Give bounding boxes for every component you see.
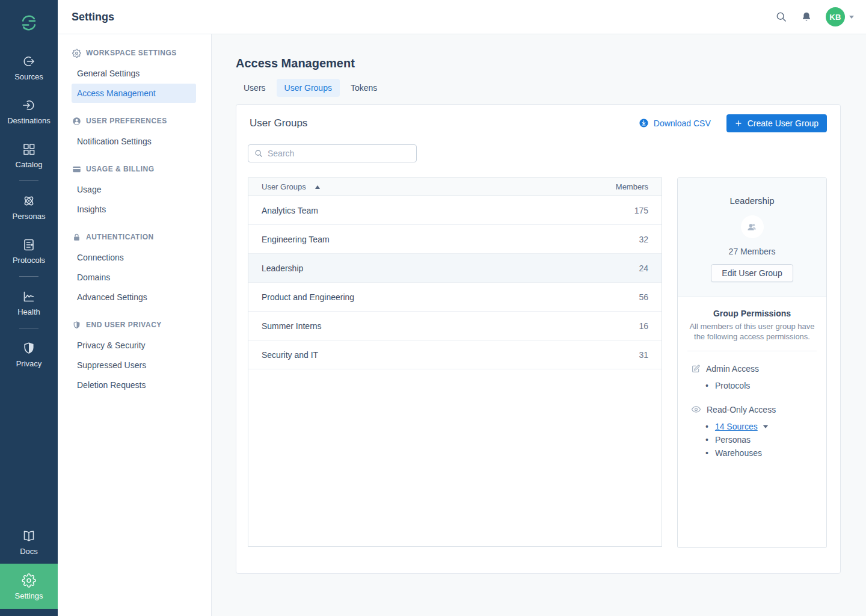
chevron-down-icon[interactable] [763,425,768,428]
nav-item-connections[interactable]: Connections [72,248,196,267]
sidebar-item-personas[interactable]: Personas [0,185,58,229]
group-members-count: 56 [639,292,648,302]
sidebar-item-privacy[interactable]: Privacy [0,332,58,376]
nav-section-authentication: AUTHENTICATION Connections Domains Advan… [58,227,211,307]
readonly-access-item: Personas [687,433,817,446]
nav-section-user-preferences: USER PREFERENCES Notification Settings [58,111,211,151]
credit-card-icon [72,165,81,174]
plus-icon [735,120,742,127]
search-input[interactable] [268,149,410,158]
sidebar-item-label: Docs [20,547,38,556]
nav-section-header: END USER PRIVACY [58,315,211,335]
admin-access-label: Admin Access [706,364,759,374]
user-circle-icon [72,117,81,126]
group-name: Engineering Team [262,235,639,244]
sidebar-item-sources[interactable]: Sources [0,45,58,89]
eye-icon [691,404,701,414]
top-bar: Settings KB [58,0,866,34]
permission-item-label: Protocols [715,379,750,392]
rail-divider [19,180,38,181]
nav-item-privacy-security[interactable]: Privacy & Security [72,336,196,355]
tab-tokens[interactable]: Tokens [343,79,385,97]
readonly-access-item: Warehouses [687,446,817,460]
nav-item-domains[interactable]: Domains [72,268,196,287]
user-groups-table: User Groups Members Analytics Team 175 [248,177,662,547]
edit-user-group-button[interactable]: Edit User Group [711,264,793,282]
segment-logo[interactable] [0,0,58,45]
table-row[interactable]: Product and Engineering 56 [248,283,662,312]
nav-item-notification-settings[interactable]: Notification Settings [72,132,196,151]
sidebar-item-label: Sources [14,72,43,81]
health-icon [22,289,36,304]
column-header-members[interactable]: Members [616,182,648,191]
top-bar-actions: KB [775,7,854,26]
nav-section-header: AUTHENTICATION [58,227,211,247]
table-row[interactable]: Security and IT 31 [248,340,662,369]
group-members-count: 24 [639,263,648,273]
sidebar-item-label: Privacy [16,359,42,368]
privacy-shield-icon [22,341,36,356]
column-header-user-groups[interactable]: User Groups [262,182,616,191]
sources-count-link[interactable]: 14 Sources [715,420,758,433]
destinations-icon [22,98,36,112]
settings-nav: WORKSPACE SETTINGS General Settings Acce… [58,34,212,616]
group-detail-panel: Leadership [677,177,827,548]
nav-item-insights[interactable]: Insights [72,200,196,219]
card-title: User Groups [250,117,307,129]
tab-users[interactable]: Users [236,79,274,97]
page-title: Access Management [236,56,841,70]
nav-item-advanced-settings[interactable]: Advanced Settings [72,288,196,307]
chevron-down-icon [849,16,854,19]
sidebar-item-label: Protocols [13,256,45,265]
docs-icon [22,529,36,543]
admin-access-items: Protocols [687,379,817,392]
avatar[interactable]: KB [826,7,845,26]
readonly-access-item-sources: 14 Sources [687,420,817,433]
download-csv-link[interactable]: Download CSV [639,118,711,128]
nav-item-suppressed-users[interactable]: Suppressed Users [72,356,196,375]
create-user-group-label: Create User Group [748,119,818,128]
table-row[interactable]: Engineering Team 32 [248,225,662,254]
lock-icon [72,233,81,242]
group-name: Security and IT [262,350,639,360]
sidebar-item-label: Destinations [7,116,51,125]
table-row[interactable]: Summer Interns 16 [248,312,662,340]
create-user-group-button[interactable]: Create User Group [726,114,827,132]
sidebar-item-health[interactable]: Health [0,280,58,324]
sidebar-item-docs[interactable]: Docs [0,520,58,564]
catalog-icon [22,142,36,156]
table-row-selected[interactable]: Leadership 24 [248,254,662,283]
download-circle-icon [639,118,649,128]
sources-icon [22,54,36,69]
table-row[interactable]: Analytics Team 175 [248,196,662,225]
rail-divider [19,328,38,328]
group-name: Summer Interns [262,321,639,331]
sidebar-item-protocols[interactable]: Protocols [0,229,58,273]
nav-section-header: USER PREFERENCES [58,111,211,131]
sidebar-item-destinations[interactable]: Destinations [0,89,58,133]
tab-user-groups[interactable]: User Groups [277,79,340,97]
sort-ascending-icon[interactable] [315,185,320,189]
permissions-subtitle: All members of this user group have the … [687,321,817,342]
user-menu[interactable]: KB [826,7,854,26]
nav-section-label: AUTHENTICATION [86,233,154,241]
main-content: Access Management Users User Groups Toke… [212,34,866,616]
sidebar-item-catalog[interactable]: Catalog [0,133,58,177]
nav-section-workspace: WORKSPACE SETTINGS General Settings Acce… [58,43,211,103]
group-detail-summary: Leadership [678,178,826,297]
notifications-bell-icon[interactable] [800,11,812,23]
group-permissions: Group Permissions All members of this us… [678,297,826,483]
group-members-count: 31 [639,350,648,360]
nav-item-general-settings[interactable]: General Settings [72,64,196,83]
search-icon [254,149,263,158]
nav-item-deletion-requests[interactable]: Deletion Requests [72,375,196,395]
sidebar-item-settings[interactable]: Settings [0,564,58,609]
people-icon [746,221,758,233]
nav-section-header: WORKSPACE SETTINGS [58,43,211,63]
nav-section-end-user-privacy: END USER PRIVACY Privacy & Security Supp… [58,315,211,395]
permission-item-label: Personas [715,433,751,446]
nav-item-access-management[interactable]: Access Management [72,84,196,103]
search-icon[interactable] [775,11,787,23]
nav-item-usage[interactable]: Usage [72,180,196,199]
body-row: WORKSPACE SETTINGS General Settings Acce… [58,34,866,616]
